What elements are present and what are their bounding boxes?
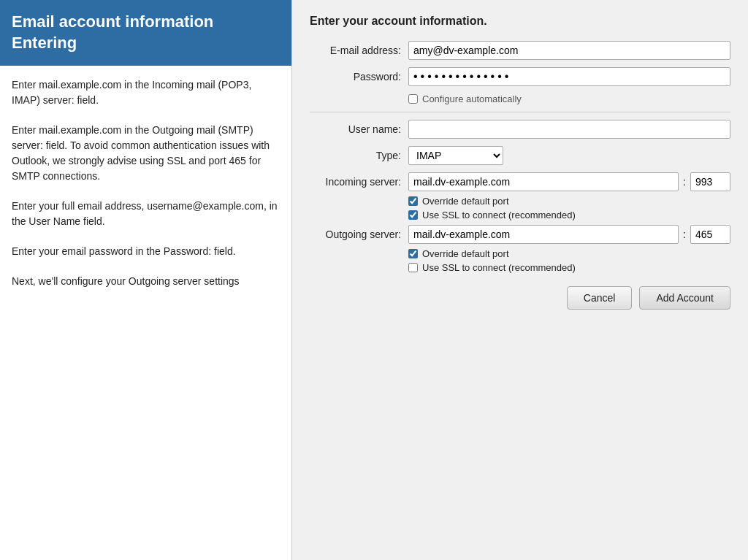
instruction-3: Enter your full email address, username@… (12, 199, 280, 229)
left-header-title: Email account information Entering (12, 12, 280, 53)
outgoing-server-row: Outgoing server: : (310, 225, 730, 244)
port-colon-outgoing: : (679, 229, 690, 240)
override-port-outgoing-checkbox[interactable] (408, 249, 418, 258)
incoming-server-row: Incoming server: : (310, 172, 730, 191)
divider (310, 112, 730, 112)
left-header: Email account information Entering (0, 0, 291, 66)
override-port-incoming-label: Override default port (422, 196, 509, 207)
use-ssl-outgoing-checkbox[interactable] (408, 263, 418, 272)
override-port-incoming-row: Override default port (408, 196, 730, 207)
instruction-5: Next, we'll configure your Outgoing serv… (12, 274, 280, 289)
incoming-server-label: Incoming server: (310, 176, 408, 188)
instruction-1: Enter mail.example.com in the Incoming m… (12, 77, 280, 108)
configure-auto-row: Configure automatically (408, 93, 730, 104)
incoming-check-group: Override default port Use SSL to connect… (408, 196, 730, 220)
button-row: Cancel Add Account (310, 286, 730, 310)
username-input[interactable] (408, 120, 730, 139)
password-input[interactable] (408, 67, 730, 86)
override-port-outgoing-row: Override default port (408, 248, 730, 259)
incoming-port-input[interactable] (690, 172, 730, 191)
instruction-4: Enter your email password in the Passwor… (12, 244, 280, 259)
override-port-outgoing-label: Override default port (422, 248, 509, 259)
incoming-server-input[interactable] (408, 172, 679, 191)
password-row: Password: (310, 67, 730, 86)
instruction-2: Enter mail.example.com in the Outgoing m… (12, 123, 280, 184)
left-body: Enter mail.example.com in the Incoming m… (0, 66, 291, 560)
email-label: E-mail address: (310, 45, 408, 56)
configure-auto-label: Configure automatically (422, 93, 522, 104)
email-input[interactable] (408, 41, 730, 60)
outgoing-check-group: Override default port Use SSL to connect… (408, 248, 730, 273)
use-ssl-incoming-row: Use SSL to connect (recommended) (408, 210, 730, 220)
cancel-button[interactable]: Cancel (567, 286, 633, 310)
use-ssl-incoming-checkbox[interactable] (408, 210, 418, 220)
form-area: E-mail address: Password: Configure auto… (310, 41, 730, 545)
email-row: E-mail address: (310, 41, 730, 60)
outgoing-server-input[interactable] (408, 225, 679, 244)
outgoing-port-input[interactable] (690, 225, 730, 244)
use-ssl-incoming-label: Use SSL to connect (recommended) (422, 210, 576, 220)
form-header: Enter your account information. (310, 15, 730, 28)
outgoing-server-label: Outgoing server: (310, 229, 408, 240)
username-row: User name: (310, 120, 730, 139)
right-panel: Enter your account information. E-mail a… (292, 0, 748, 560)
username-label: User name: (310, 123, 408, 135)
left-panel: Email account information Entering Enter… (0, 0, 292, 560)
port-colon-incoming: : (679, 176, 690, 188)
configure-auto-checkbox[interactable] (408, 94, 418, 104)
override-port-incoming-checkbox[interactable] (408, 196, 418, 206)
type-row: Type: IMAP POP3 Exchange (310, 146, 730, 165)
use-ssl-outgoing-row: Use SSL to connect (recommended) (408, 262, 730, 273)
use-ssl-outgoing-label: Use SSL to connect (recommended) (422, 262, 576, 273)
type-select[interactable]: IMAP POP3 Exchange (408, 146, 503, 165)
password-label: Password: (310, 71, 408, 83)
type-label: Type: (310, 150, 408, 161)
add-account-button[interactable]: Add Account (639, 286, 730, 310)
